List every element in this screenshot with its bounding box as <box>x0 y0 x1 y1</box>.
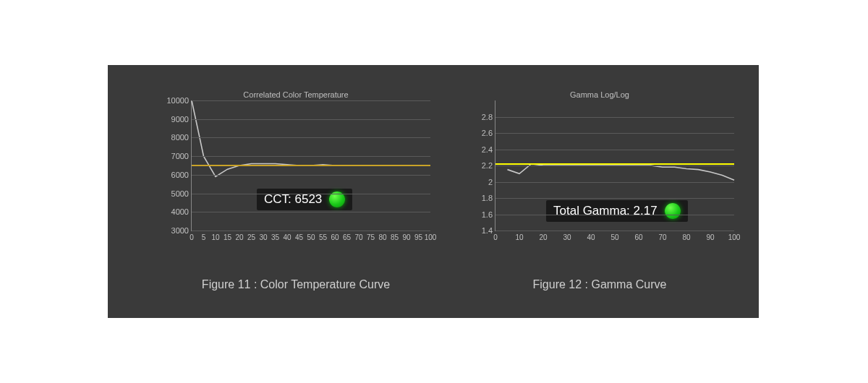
chart-panel: Correlated Color Temperature CCT: 6523 3… <box>108 65 759 318</box>
y-tick-label: 2.6 <box>464 129 493 137</box>
y-tick-label: 1.6 <box>464 210 493 219</box>
x-tick-label: 65 <box>343 233 351 241</box>
y-tick-label: 10000 <box>160 96 189 105</box>
x-tick-label: 20 <box>539 233 547 241</box>
gamma-value-label: Total Gamma: 2.17 <box>553 204 658 218</box>
y-tick-label: 2.8 <box>464 113 493 121</box>
x-tick-label: 0 <box>190 233 194 241</box>
status-dot-icon <box>665 203 681 219</box>
y-tick-label: 5000 <box>160 189 189 198</box>
x-tick-label: 45 <box>295 233 303 241</box>
x-tick-label: 55 <box>319 233 327 241</box>
x-tick-label: 100 <box>728 233 741 241</box>
x-tick-label: 0 <box>493 233 498 241</box>
reference-line <box>495 163 734 165</box>
x-tick-label: 5 <box>202 233 206 241</box>
chart-title: Correlated Color Temperature <box>162 90 430 99</box>
y-tick-label: 2.4 <box>464 145 493 154</box>
y-tick-label: 1.4 <box>464 226 493 235</box>
y-tick-label: 9000 <box>160 115 189 124</box>
figure-caption: Figure 12 : Gamma Curve <box>466 278 733 291</box>
x-tick-label: 60 <box>331 233 339 241</box>
reference-line <box>192 165 430 166</box>
x-tick-label: 50 <box>610 233 618 241</box>
x-tick-label: 40 <box>283 233 291 241</box>
x-tick-label: 60 <box>634 233 642 241</box>
cct-badge: CCT: 6523 <box>257 189 352 210</box>
x-tick-label: 35 <box>271 233 279 241</box>
cct-chart: Correlated Color Temperature CCT: 6523 3… <box>162 90 430 260</box>
plot-area: Total Gamma: 2.17 1.41.61.822.22.42.62.8… <box>495 100 734 231</box>
gamma-badge: Total Gamma: 2.17 <box>546 200 688 222</box>
y-tick-label: 2 <box>464 178 493 186</box>
x-tick-label: 85 <box>391 233 399 241</box>
y-tick-label: 3000 <box>160 226 189 235</box>
gamma-chart: Gamma Log/Log Total Gamma: 2.17 1.41.61.… <box>466 90 733 260</box>
x-tick-label: 25 <box>247 233 255 241</box>
x-tick-label: 50 <box>307 233 315 241</box>
x-tick-label: 70 <box>658 233 666 241</box>
x-tick-label: 10 <box>211 233 219 241</box>
data-line <box>508 164 735 181</box>
x-tick-label: 75 <box>367 233 375 241</box>
x-tick-label: 90 <box>706 233 714 241</box>
x-tick-label: 90 <box>402 233 410 241</box>
y-tick-label: 4000 <box>160 207 189 216</box>
x-tick-label: 100 <box>425 233 437 241</box>
y-tick-label: 2.2 <box>464 161 493 170</box>
x-tick-label: 40 <box>587 233 595 241</box>
plot-area: CCT: 6523 300040005000600070008000900010… <box>191 100 430 231</box>
x-tick-label: 15 <box>224 233 231 241</box>
chart-title: Gamma Log/Log <box>466 90 733 99</box>
figure-caption: Figure 11 : Color Temperature Curve <box>162 278 430 291</box>
x-tick-label: 30 <box>563 233 571 241</box>
y-tick-label: 1.8 <box>464 194 493 202</box>
x-tick-label: 95 <box>414 233 422 241</box>
y-tick-label: 7000 <box>160 152 189 160</box>
x-tick-label: 80 <box>378 233 386 241</box>
y-tick-label: 8000 <box>160 133 189 142</box>
x-tick-label: 30 <box>259 233 267 241</box>
x-tick-label: 80 <box>682 233 690 241</box>
cct-value-label: CCT: 6523 <box>264 192 322 207</box>
x-tick-label: 20 <box>235 233 243 241</box>
x-tick-label: 70 <box>354 233 362 241</box>
x-tick-label: 10 <box>515 233 523 241</box>
y-tick-label: 6000 <box>160 171 189 179</box>
